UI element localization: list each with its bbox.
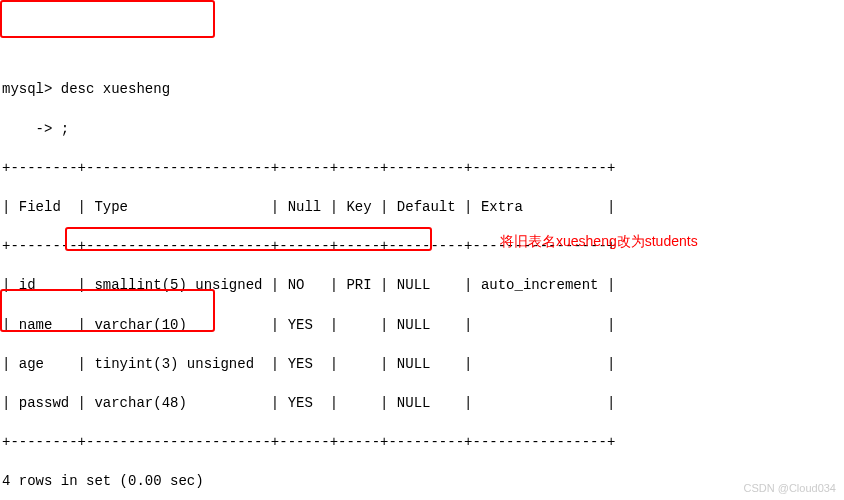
result-line: 4 rows in set (0.00 sec) [2,472,842,492]
mysql-prompt-line: mysql> desc xuesheng [2,80,842,100]
annotation-text: 将旧表名xuesheng改为students [500,232,698,252]
highlight-box-desc-xuesheng [0,0,215,38]
table-row: | passwd | varchar(48) | YES | | NULL | … [2,394,842,414]
highlight-box-desc-students [0,289,215,332]
table-header: | Field | Type | Null | Key | Default | … [2,198,842,218]
table-row: | age | tinyint(3) unsigned | YES | | NU… [2,355,842,375]
highlight-box-alter-table [65,227,432,251]
watermark-text: CSDN @Cloud034 [744,481,837,496]
table-separator: +--------+----------------------+------+… [2,159,842,179]
mysql-continuation-line: -> ; [2,120,842,140]
table-separator: +--------+----------------------+------+… [2,433,842,453]
